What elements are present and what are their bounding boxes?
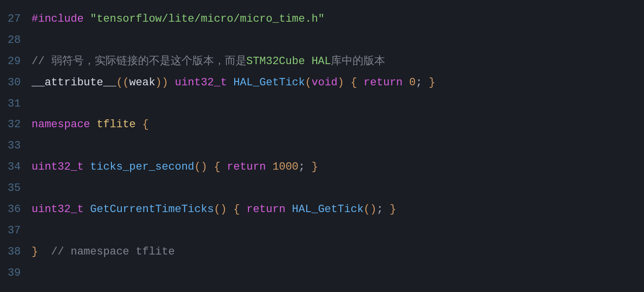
code-token: 1000 [273, 161, 299, 173]
code-token: #include [32, 13, 84, 25]
code-token: } [312, 161, 318, 173]
code-token: weak [129, 76, 155, 89]
code-token: return [363, 76, 402, 89]
code-token: uint32_t [32, 161, 84, 173]
code-token: () [194, 161, 207, 173]
code-token: STM32Cube HAL [247, 55, 331, 68]
code-token: // [32, 55, 51, 68]
code-line[interactable]: 35 [0, 178, 644, 199]
code-line[interactable]: 34uint32_t ticks_per_second() { return 1… [0, 157, 644, 178]
code-token: ; [298, 161, 305, 173]
code-token [84, 161, 90, 173]
code-token [227, 76, 233, 89]
code-token: () [214, 203, 227, 216]
line-number: 29 [0, 51, 32, 73]
code-editor[interactable]: 27#include "tensorflow/lite/micro/micro_… [0, 9, 644, 284]
code-token: uint32_t [175, 76, 227, 89]
code-token: 库中的版本 [331, 55, 385, 68]
line-number: 32 [0, 114, 32, 136]
code-token: 0 [409, 76, 416, 89]
line-number: 30 [0, 73, 32, 94]
code-token: ticks_per_second [90, 161, 194, 173]
code-token: HAL_GetTick [292, 203, 363, 216]
code-token: () [363, 203, 376, 216]
code-content[interactable]: uint32_t ticks_per_second() { return 100… [32, 157, 644, 178]
line-number: 28 [0, 30, 32, 51]
code-token [266, 161, 272, 173]
code-token: HAL_GetTick [233, 76, 305, 89]
code-token [344, 76, 351, 89]
code-token: { [351, 76, 357, 89]
code-token [38, 246, 51, 258]
code-token: { [233, 203, 240, 216]
line-number: 31 [0, 94, 32, 115]
code-token: uint32_t [32, 203, 84, 216]
code-token: namespace [32, 118, 90, 131]
code-line[interactable]: 39 [0, 263, 644, 284]
code-line[interactable]: 36uint32_t GetCurrentTimeTicks() { retur… [0, 199, 644, 220]
code-token: ; [416, 76, 422, 89]
code-token: 弱符号，实际链接的不是这个版本，而是 [51, 55, 247, 68]
code-token: (( [116, 76, 129, 89]
code-token [383, 203, 390, 216]
code-token: ( [305, 76, 312, 89]
line-number: 36 [0, 199, 32, 220]
code-token [207, 161, 214, 173]
code-token: ; [377, 203, 383, 216]
code-token: void [312, 76, 338, 89]
code-token [357, 76, 363, 89]
code-token: __attribute__ [32, 76, 116, 89]
code-token: { [214, 161, 220, 173]
code-token [422, 76, 429, 89]
code-content[interactable]: #include "tensorflow/lite/micro/micro_ti… [32, 9, 644, 30]
code-token [220, 161, 227, 173]
code-token [136, 118, 142, 131]
code-line[interactable]: 29// 弱符号，实际链接的不是这个版本，而是STM32Cube HAL库中的版… [0, 51, 644, 73]
code-line[interactable]: 30__attribute__((weak)) uint32_t HAL_Get… [0, 73, 644, 94]
code-token: } [32, 246, 38, 258]
code-line[interactable]: 37 [0, 220, 644, 242]
code-token: { [142, 118, 148, 131]
code-token: return [247, 203, 286, 216]
code-token: // namespace tflite [51, 246, 175, 258]
code-token [84, 203, 90, 216]
code-line[interactable]: 28 [0, 30, 644, 51]
code-token [84, 13, 90, 25]
code-token [403, 76, 409, 89]
line-number: 37 [0, 220, 32, 242]
code-content[interactable]: } // namespace tflite [32, 242, 644, 263]
code-token: ) [338, 76, 344, 89]
code-line[interactable]: 31 [0, 94, 644, 115]
code-token [305, 161, 312, 173]
code-line[interactable]: 33 [0, 136, 644, 157]
code-token: } [390, 203, 396, 216]
code-line[interactable]: 27#include "tensorflow/lite/micro/micro_… [0, 9, 644, 30]
code-token: return [227, 161, 266, 173]
code-token [168, 76, 175, 89]
line-number: 35 [0, 178, 32, 199]
line-number: 33 [0, 136, 32, 157]
code-token: tflite [97, 118, 136, 131]
code-token [227, 203, 233, 216]
code-token [240, 203, 246, 216]
code-line[interactable]: 38} // namespace tflite [0, 242, 644, 263]
code-content[interactable]: // 弱符号，实际链接的不是这个版本，而是STM32Cube HAL库中的版本 [32, 51, 644, 73]
code-token: )) [155, 76, 168, 89]
line-number: 38 [0, 242, 32, 263]
code-content[interactable]: __attribute__((weak)) uint32_t HAL_GetTi… [32, 73, 644, 94]
code-content[interactable]: uint32_t GetCurrentTimeTicks() { return … [32, 199, 644, 220]
code-content[interactable]: namespace tflite { [32, 114, 644, 136]
code-token: GetCurrentTimeTicks [90, 203, 214, 216]
code-token [90, 118, 97, 131]
line-number: 34 [0, 157, 32, 178]
line-number: 27 [0, 9, 32, 30]
code-line[interactable]: 32namespace tflite { [0, 114, 644, 136]
code-token [286, 203, 292, 216]
code-token: "tensorflow/lite/micro/micro_time.h" [90, 13, 324, 25]
line-number: 39 [0, 263, 32, 284]
code-token: } [429, 76, 435, 89]
